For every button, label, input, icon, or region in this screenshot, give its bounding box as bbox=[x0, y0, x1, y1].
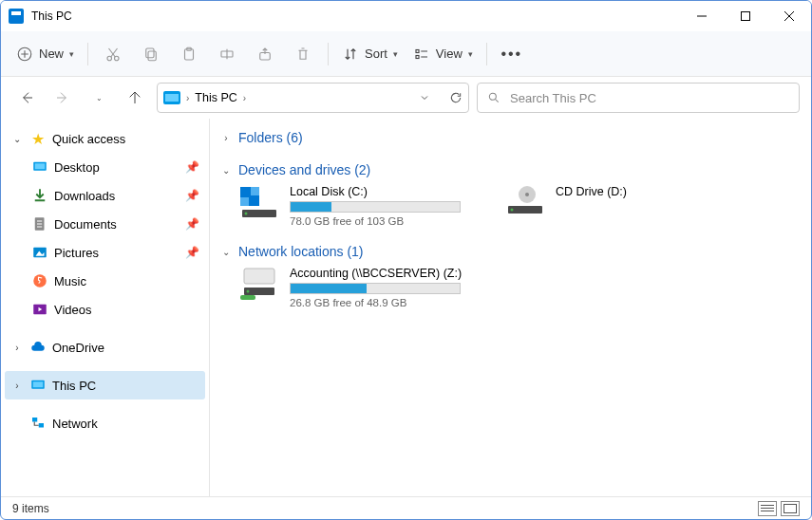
svg-rect-1 bbox=[742, 12, 750, 21]
svg-rect-25 bbox=[35, 163, 46, 169]
drive-item[interactable]: CD Drive (D:) bbox=[504, 185, 732, 227]
sidebar-item-network[interactable]: Network bbox=[5, 409, 205, 437]
chevron-down-icon: ⌄ bbox=[96, 94, 103, 102]
svg-rect-36 bbox=[33, 381, 44, 387]
svg-point-50 bbox=[247, 290, 250, 293]
section-label: Devices and drives (2) bbox=[238, 162, 370, 177]
chevron-down-icon: ⌄ bbox=[219, 247, 233, 257]
this-pc-icon bbox=[163, 91, 180, 104]
breadcrumb[interactable]: This PC bbox=[195, 91, 236, 104]
hdd-icon bbox=[238, 185, 280, 219]
maximize-button[interactable] bbox=[724, 1, 767, 31]
sidebar-item-pictures[interactable]: Pictures 📌 bbox=[5, 238, 205, 267]
arrow-left-icon bbox=[19, 90, 34, 105]
chevron-down-icon: ▾ bbox=[468, 49, 473, 59]
search-input[interactable] bbox=[510, 91, 789, 105]
documents-icon bbox=[31, 215, 48, 232]
view-icon bbox=[413, 46, 430, 63]
drive-item[interactable]: Local Disk (C:) 78.0 GB free of 103 GB bbox=[238, 185, 466, 227]
sidebar-item-label: Desktop bbox=[54, 160, 100, 175]
cloud-icon bbox=[29, 339, 47, 356]
sidebar-item-label: Documents bbox=[54, 217, 117, 232]
sidebar-item-label: Downloads bbox=[54, 189, 115, 203]
sidebar-item-documents[interactable]: Documents 📌 bbox=[5, 210, 205, 238]
address-bar[interactable]: › This PC › bbox=[157, 83, 469, 113]
drive-item[interactable]: Accounting (\\BCCSERVER) (Z:) 26.8 GB fr… bbox=[238, 267, 466, 308]
pin-icon: 📌 bbox=[185, 160, 199, 174]
svg-rect-11 bbox=[148, 51, 156, 61]
copy-button[interactable] bbox=[134, 37, 168, 71]
sidebar-item-label: Quick access bbox=[52, 132, 125, 146]
share-button[interactable] bbox=[248, 37, 282, 71]
sidebar-item-this-pc[interactable]: › This PC bbox=[5, 371, 205, 399]
rename-icon bbox=[218, 46, 236, 63]
details-view-button[interactable] bbox=[758, 501, 777, 516]
delete-button[interactable] bbox=[286, 37, 320, 71]
back-button[interactable] bbox=[12, 84, 41, 112]
drive-name: Accounting (\\BCCSERVER) (Z:) bbox=[290, 267, 466, 280]
refresh-button[interactable] bbox=[449, 91, 463, 104]
plus-circle-icon bbox=[16, 46, 33, 63]
up-button[interactable] bbox=[121, 84, 149, 112]
view-button[interactable]: View ▾ bbox=[407, 37, 479, 71]
close-button[interactable] bbox=[767, 1, 811, 31]
chevron-down-icon: ⌄ bbox=[10, 134, 24, 144]
sidebar-item-label: Videos bbox=[54, 303, 92, 317]
sort-icon bbox=[342, 46, 359, 63]
svg-point-47 bbox=[511, 209, 514, 212]
pin-icon: 📌 bbox=[185, 189, 199, 202]
minimize-button[interactable] bbox=[680, 1, 724, 31]
cut-icon bbox=[104, 46, 122, 63]
drive-usage-bar bbox=[290, 283, 461, 294]
cd-drive-icon bbox=[504, 185, 546, 219]
drive-name: Local Disk (C:) bbox=[290, 185, 466, 198]
downloads-icon bbox=[31, 187, 48, 204]
cut-button[interactable] bbox=[96, 37, 130, 71]
large-icons-view-button[interactable] bbox=[781, 501, 800, 516]
network-icon bbox=[29, 415, 47, 432]
chevron-down-icon: ⌄ bbox=[219, 165, 233, 176]
status-bar: 9 items bbox=[1, 496, 811, 519]
recent-button[interactable]: ⌄ bbox=[85, 84, 113, 112]
forward-button[interactable] bbox=[48, 84, 77, 112]
drive-name: CD Drive (D:) bbox=[556, 185, 732, 198]
rename-button[interactable] bbox=[210, 37, 244, 71]
svg-rect-19 bbox=[416, 55, 419, 58]
sidebar-item-label: Pictures bbox=[54, 246, 99, 260]
refresh-icon bbox=[449, 91, 463, 104]
chevron-down-icon bbox=[419, 92, 430, 103]
svg-rect-38 bbox=[39, 423, 44, 428]
section-header-folders[interactable]: › Folders (6) bbox=[219, 126, 802, 149]
section-header-devices[interactable]: ⌄ Devices and drives (2) bbox=[219, 158, 802, 181]
desktop-icon bbox=[31, 158, 48, 176]
more-button[interactable]: ••• bbox=[495, 37, 529, 71]
paste-icon bbox=[180, 46, 198, 63]
paste-button[interactable] bbox=[172, 37, 206, 71]
music-icon bbox=[31, 272, 48, 289]
sidebar-item-label: OneDrive bbox=[52, 341, 104, 355]
svg-rect-48 bbox=[244, 269, 274, 284]
sidebar-item-quick-access[interactable]: ⌄ ★ Quick access bbox=[5, 124, 205, 153]
status-item-count: 9 items bbox=[12, 502, 49, 515]
drive-free-space: 26.8 GB free of 48.9 GB bbox=[290, 297, 466, 308]
search-box[interactable] bbox=[477, 83, 800, 113]
sidebar-item-videos[interactable]: Videos bbox=[5, 295, 205, 324]
pictures-icon bbox=[31, 244, 48, 261]
sort-label: Sort bbox=[365, 46, 387, 61]
section-label: Network locations (1) bbox=[238, 244, 364, 259]
drive-usage-bar bbox=[290, 201, 461, 213]
sidebar-item-onedrive[interactable]: › OneDrive bbox=[5, 333, 205, 362]
window-title: This PC bbox=[31, 9, 72, 23]
pin-icon: 📌 bbox=[185, 217, 199, 231]
network-drive-icon bbox=[238, 267, 280, 301]
new-button[interactable]: New ▾ bbox=[10, 37, 80, 71]
sidebar-item-desktop[interactable]: Desktop 📌 bbox=[5, 153, 205, 181]
sidebar-item-downloads[interactable]: Downloads 📌 bbox=[5, 181, 205, 210]
address-dropdown-button[interactable] bbox=[419, 92, 430, 103]
sort-button[interactable]: Sort ▾ bbox=[336, 37, 404, 71]
section-header-network[interactable]: ⌄ Network locations (1) bbox=[219, 240, 802, 263]
drive-free-space: 78.0 GB free of 103 GB bbox=[290, 215, 466, 227]
sidebar-item-music[interactable]: Music bbox=[5, 267, 205, 295]
search-icon bbox=[487, 91, 500, 104]
chevron-right-icon: › bbox=[243, 93, 246, 103]
